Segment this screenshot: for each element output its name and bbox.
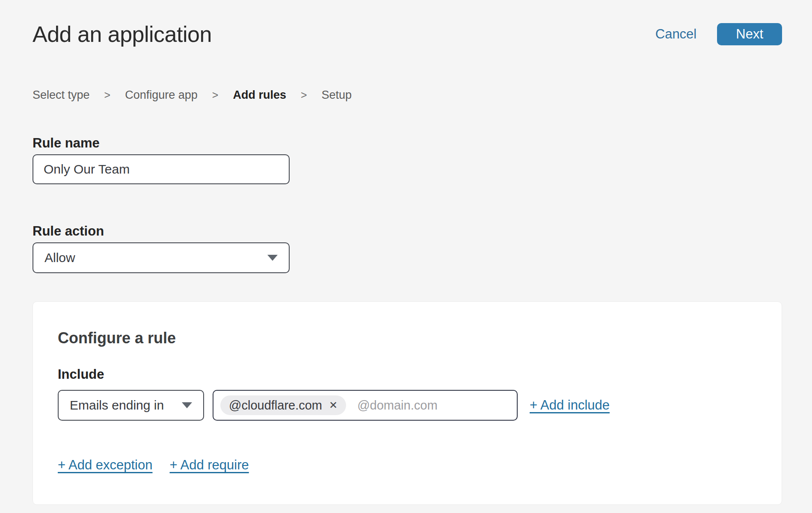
remove-chip-icon[interactable]: ✕ <box>329 400 338 410</box>
add-require-link[interactable]: + Add require <box>169 457 249 473</box>
page-header: Add an application Cancel Next <box>33 0 782 47</box>
breadcrumb-separator: > <box>104 89 111 101</box>
header-actions: Cancel Next <box>655 23 782 45</box>
breadcrumb-step-setup[interactable]: Setup <box>322 88 352 102</box>
cancel-button[interactable]: Cancel <box>655 27 697 42</box>
breadcrumb-step-add-rules[interactable]: Add rules <box>233 88 286 102</box>
card-heading: Configure a rule <box>58 329 756 347</box>
rule-action-label: Rule action <box>33 224 782 239</box>
add-include-link[interactable]: + Add include <box>530 398 610 413</box>
include-value-input[interactable]: @cloudflare.com ✕ <box>213 390 518 421</box>
rule-name-input[interactable] <box>33 154 290 184</box>
include-rule-row: Emails ending in @cloudflare.com ✕ + Add… <box>58 390 756 421</box>
breadcrumb-separator: > <box>212 89 219 101</box>
rule-name-label: Rule name <box>33 136 782 151</box>
include-selector-select[interactable]: Emails ending in <box>58 390 204 421</box>
rule-name-section: Rule name <box>33 136 782 184</box>
configure-rule-card: Configure a rule Include Emails ending i… <box>33 301 782 505</box>
breadcrumb-separator: > <box>301 89 307 101</box>
page-title: Add an application <box>33 21 212 47</box>
rule-action-select[interactable]: Allow <box>33 242 290 273</box>
email-domain-chip: @cloudflare.com ✕ <box>220 395 346 415</box>
card-links-row: + Add exception + Add require <box>58 457 756 473</box>
breadcrumb: Select type > Configure app > Add rules … <box>33 88 782 102</box>
chevron-down-icon <box>182 402 192 408</box>
include-label: Include <box>58 367 756 382</box>
include-selector-value: Emails ending in <box>70 398 164 413</box>
breadcrumb-step-select-type[interactable]: Select type <box>33 88 90 102</box>
next-button[interactable]: Next <box>717 23 782 45</box>
rule-action-section: Rule action Allow <box>33 224 782 273</box>
add-exception-link[interactable]: + Add exception <box>58 457 152 473</box>
rule-action-selected-value: Allow <box>44 251 75 265</box>
email-domain-chip-text: @cloudflare.com <box>229 398 322 413</box>
breadcrumb-step-configure-app[interactable]: Configure app <box>125 88 198 102</box>
email-domain-text-entry[interactable] <box>357 398 512 413</box>
page-container: Add an application Cancel Next Select ty… <box>33 0 782 505</box>
chevron-down-icon <box>267 255 278 261</box>
